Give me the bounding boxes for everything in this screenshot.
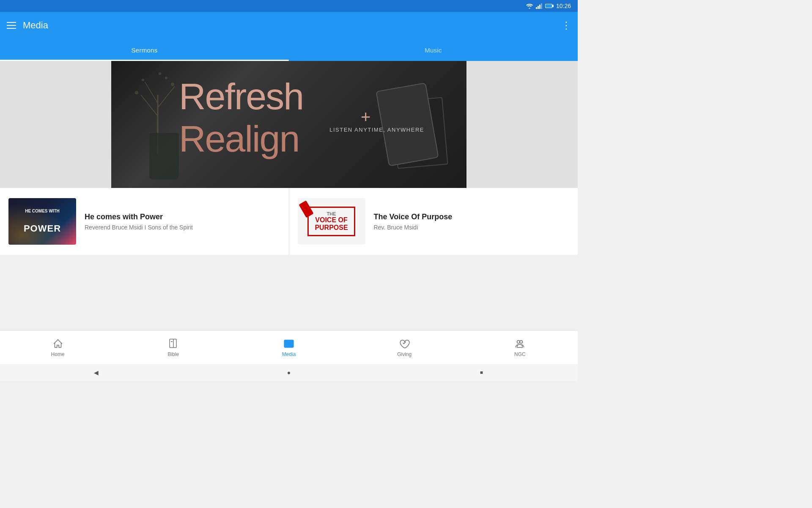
svg-point-12 bbox=[171, 83, 174, 86]
svg-rect-3 bbox=[541, 3, 542, 9]
svg-point-13 bbox=[142, 79, 144, 81]
svg-line-10 bbox=[145, 82, 158, 103]
bottom-nav: Home Bible Media Giving bbox=[0, 330, 578, 364]
sermon-info-voice: The Voice Of Purpose Rev. Bruce Msidi bbox=[374, 213, 570, 231]
status-time: 10:26 bbox=[556, 3, 571, 9]
svg-rect-5 bbox=[552, 5, 554, 7]
svg-rect-1 bbox=[538, 6, 539, 9]
svg-point-23 bbox=[520, 340, 523, 343]
hero-tagline: LISTEN ANYTIME, ANYWHERE bbox=[329, 127, 424, 133]
nav-label-media: Media bbox=[282, 351, 296, 357]
svg-rect-6 bbox=[546, 4, 552, 8]
svg-rect-16 bbox=[170, 339, 176, 348]
system-home-button[interactable]: ● bbox=[283, 368, 295, 377]
app-bar: Media ⋮ bbox=[0, 12, 578, 39]
svg-point-22 bbox=[517, 340, 520, 343]
sermon-subtitle-he-comes: Reverend Bruce Msidi I Sons of the Spiri… bbox=[85, 224, 280, 231]
hero-headline-refresh: Refresh bbox=[179, 78, 303, 115]
signal-icon bbox=[536, 3, 543, 9]
nav-item-giving[interactable]: Giving bbox=[387, 338, 421, 357]
nav-label-home: Home bbox=[51, 351, 65, 357]
nav-item-bible[interactable]: Bible bbox=[156, 338, 190, 357]
home-icon bbox=[52, 338, 64, 350]
svg-line-8 bbox=[141, 95, 158, 116]
hero-plus-symbol: + bbox=[361, 108, 370, 127]
svg-line-9 bbox=[158, 86, 175, 108]
nav-label-giving: Giving bbox=[397, 351, 411, 357]
ngc-icon bbox=[514, 338, 526, 350]
nav-label-ngc: NGC bbox=[514, 351, 526, 357]
hero-banner: Refresh + Realign LISTEN ANYTIME, ANYWHE… bbox=[111, 61, 466, 188]
wifi-icon bbox=[526, 3, 533, 9]
nav-label-bible: Bible bbox=[167, 351, 179, 357]
system-recent-button[interactable]: ■ bbox=[475, 368, 488, 377]
nav-item-media[interactable]: Media bbox=[272, 338, 306, 357]
hero-headline-realign: Realign bbox=[179, 120, 299, 157]
battery-icon bbox=[545, 3, 554, 8]
svg-rect-0 bbox=[536, 7, 537, 9]
sermon-info-he-comes: He comes with Power Reverend Bruce Msidi… bbox=[85, 213, 280, 231]
svg-point-14 bbox=[159, 72, 161, 75]
thumb-voice-label: THE VOICE OF PURPOSE bbox=[307, 207, 355, 236]
system-back-button[interactable]: ◀ bbox=[90, 368, 103, 377]
sermon-title-voice: The Voice Of Purpose bbox=[374, 213, 570, 221]
sermon-subtitle-voice: Rev. Bruce Msidi bbox=[374, 224, 570, 231]
app-bar-left: Media bbox=[7, 20, 48, 31]
media-icon bbox=[283, 338, 295, 350]
svg-point-15 bbox=[165, 77, 167, 79]
tab-bar: Sermons Music bbox=[0, 39, 578, 61]
svg-rect-2 bbox=[539, 5, 540, 9]
tab-music[interactable]: Music bbox=[289, 39, 578, 61]
bible-icon bbox=[167, 338, 179, 350]
sermon-title-he-comes: He comes with Power bbox=[85, 213, 280, 221]
tab-sermons[interactable]: Sermons bbox=[0, 39, 289, 61]
status-icons: 10:26 bbox=[526, 3, 571, 9]
sermon-card-he-comes-power[interactable]: HE COMES WITH POWER He comes with Power … bbox=[0, 188, 289, 255]
app-bar-title: Media bbox=[23, 20, 48, 31]
sermon-card-voice-of-purpose[interactable]: THE VOICE OF PURPOSE The Voice Of Purpos… bbox=[289, 188, 578, 255]
hero-decor-cup bbox=[149, 133, 179, 179]
hamburger-menu-button[interactable] bbox=[7, 22, 16, 29]
sermon-thumbnail-he-comes: HE COMES WITH POWER bbox=[8, 198, 76, 245]
giving-icon bbox=[398, 338, 410, 350]
status-bar: 10:26 bbox=[0, 0, 578, 12]
hero-wrapper: Refresh + Realign LISTEN ANYTIME, ANYWHE… bbox=[0, 61, 578, 188]
system-nav-bar: ◀ ● ■ bbox=[0, 364, 578, 381]
nav-item-home[interactable]: Home bbox=[41, 338, 75, 357]
svg-point-11 bbox=[135, 91, 138, 94]
sermon-thumbnail-voice: THE VOICE OF PURPOSE bbox=[298, 198, 365, 245]
nav-item-ngc[interactable]: NGC bbox=[503, 338, 537, 357]
sermons-row: HE COMES WITH POWER He comes with Power … bbox=[0, 188, 578, 255]
more-options-button[interactable]: ⋮ bbox=[561, 19, 571, 31]
